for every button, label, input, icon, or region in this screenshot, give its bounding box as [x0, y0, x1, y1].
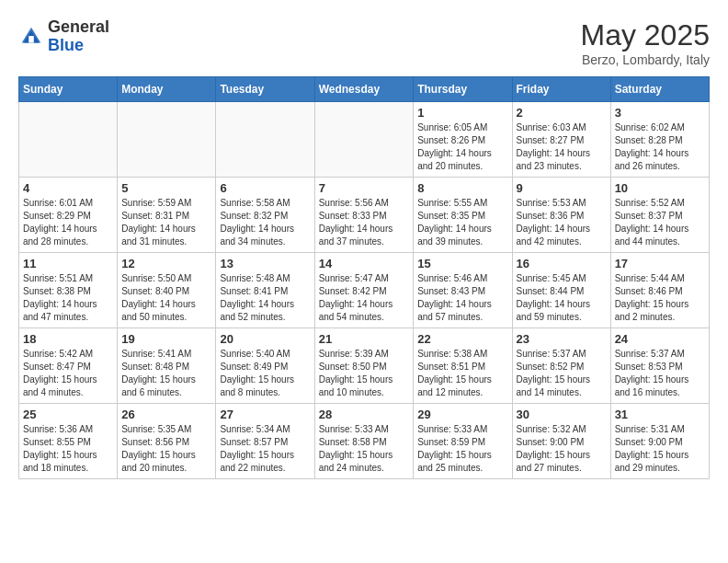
calendar-day-cell: 4Sunrise: 6:01 AM Sunset: 8:29 PM Daylig…: [19, 178, 118, 253]
calendar-week-row: 4Sunrise: 6:01 AM Sunset: 8:29 PM Daylig…: [19, 178, 710, 253]
day-number: 27: [220, 408, 310, 421]
day-info: Sunrise: 5:37 AM Sunset: 8:52 PM Dayligh…: [517, 348, 607, 399]
logo-blue: Blue: [48, 36, 84, 54]
calendar-day-cell: 23Sunrise: 5:37 AM Sunset: 8:52 PM Dayli…: [512, 328, 610, 404]
calendar-day-cell: 8Sunrise: 5:55 AM Sunset: 8:35 PM Daylig…: [414, 178, 512, 253]
day-info: Sunrise: 5:51 AM Sunset: 8:38 PM Dayligh…: [23, 272, 113, 324]
day-number: 17: [615, 257, 705, 270]
day-number: 16: [517, 257, 607, 270]
day-info: Sunrise: 6:05 AM Sunset: 8:26 PM Dayligh…: [417, 121, 507, 173]
page-header: General Blue May 2025 Berzo, Lombardy, I…: [18, 18, 710, 67]
calendar-day-cell: 11Sunrise: 5:51 AM Sunset: 8:38 PM Dayli…: [19, 253, 118, 328]
day-number: 1: [417, 106, 507, 120]
month-title: May 2025: [580, 18, 710, 52]
day-info: Sunrise: 5:33 AM Sunset: 8:58 PM Dayligh…: [319, 423, 410, 475]
day-number: 3: [615, 106, 705, 120]
calendar-day-cell: 2Sunrise: 6:03 AM Sunset: 8:27 PM Daylig…: [512, 102, 610, 178]
calendar-day-cell: 7Sunrise: 5:56 AM Sunset: 8:33 PM Daylig…: [314, 178, 414, 253]
weekday-header: Sunday: [19, 77, 118, 102]
calendar-header-row: SundayMondayTuesdayWednesdayThursdayFrid…: [19, 77, 710, 102]
calendar-day-cell: [314, 102, 414, 178]
calendar-day-cell: 10Sunrise: 5:52 AM Sunset: 8:37 PM Dayli…: [610, 178, 709, 253]
day-info: Sunrise: 5:48 AM Sunset: 8:41 PM Dayligh…: [220, 272, 310, 324]
day-number: 10: [615, 181, 705, 195]
day-info: Sunrise: 5:38 AM Sunset: 8:51 PM Dayligh…: [417, 348, 507, 399]
day-number: 2: [517, 106, 607, 120]
calendar-day-cell: 14Sunrise: 5:47 AM Sunset: 8:42 PM Dayli…: [314, 253, 414, 328]
day-number: 24: [615, 332, 705, 346]
calendar-day-cell: 1Sunrise: 6:05 AM Sunset: 8:26 PM Daylig…: [414, 102, 512, 178]
day-info: Sunrise: 5:47 AM Sunset: 8:42 PM Dayligh…: [319, 272, 410, 324]
day-info: Sunrise: 6:01 AM Sunset: 8:29 PM Dayligh…: [23, 197, 113, 248]
day-number: 19: [121, 332, 211, 346]
calendar-day-cell: 29Sunrise: 5:33 AM Sunset: 8:59 PM Dayli…: [414, 404, 512, 479]
calendar-day-cell: [118, 102, 216, 178]
day-info: Sunrise: 6:02 AM Sunset: 8:28 PM Dayligh…: [615, 121, 705, 173]
day-number: 30: [517, 408, 607, 421]
calendar-day-cell: 20Sunrise: 5:40 AM Sunset: 8:49 PM Dayli…: [216, 328, 314, 404]
calendar-day-cell: 16Sunrise: 5:45 AM Sunset: 8:44 PM Dayli…: [512, 253, 610, 328]
day-info: Sunrise: 5:32 AM Sunset: 9:00 PM Dayligh…: [517, 423, 607, 475]
logo-text: General Blue: [48, 18, 109, 55]
day-info: Sunrise: 5:36 AM Sunset: 8:55 PM Dayligh…: [23, 423, 113, 475]
day-info: Sunrise: 5:53 AM Sunset: 8:36 PM Dayligh…: [517, 197, 607, 248]
calendar-week-row: 11Sunrise: 5:51 AM Sunset: 8:38 PM Dayli…: [19, 253, 710, 328]
calendar-week-row: 25Sunrise: 5:36 AM Sunset: 8:55 PM Dayli…: [19, 404, 710, 479]
calendar-day-cell: 13Sunrise: 5:48 AM Sunset: 8:41 PM Dayli…: [216, 253, 314, 328]
day-number: 18: [23, 332, 113, 346]
calendar-week-row: 1Sunrise: 6:05 AM Sunset: 8:26 PM Daylig…: [19, 102, 710, 178]
day-info: Sunrise: 5:45 AM Sunset: 8:44 PM Dayligh…: [517, 272, 607, 324]
calendar-day-cell: 22Sunrise: 5:38 AM Sunset: 8:51 PM Dayli…: [414, 328, 512, 404]
day-info: Sunrise: 5:35 AM Sunset: 8:56 PM Dayligh…: [121, 423, 211, 475]
day-number: 13: [220, 257, 310, 270]
title-block: May 2025 Berzo, Lombardy, Italy: [580, 18, 710, 67]
day-info: Sunrise: 5:56 AM Sunset: 8:33 PM Dayligh…: [319, 197, 410, 248]
calendar-day-cell: 15Sunrise: 5:46 AM Sunset: 8:43 PM Dayli…: [414, 253, 512, 328]
day-info: Sunrise: 5:44 AM Sunset: 8:46 PM Dayligh…: [615, 272, 705, 324]
day-info: Sunrise: 5:52 AM Sunset: 8:37 PM Dayligh…: [615, 197, 705, 248]
calendar-day-cell: 3Sunrise: 6:02 AM Sunset: 8:28 PM Daylig…: [610, 102, 709, 178]
calendar-day-cell: 18Sunrise: 5:42 AM Sunset: 8:47 PM Dayli…: [19, 328, 118, 404]
calendar-day-cell: 12Sunrise: 5:50 AM Sunset: 8:40 PM Dayli…: [118, 253, 216, 328]
day-info: Sunrise: 5:55 AM Sunset: 8:35 PM Dayligh…: [417, 197, 507, 248]
logo: General Blue: [18, 18, 109, 55]
weekday-header: Thursday: [414, 77, 512, 102]
calendar-day-cell: 17Sunrise: 5:44 AM Sunset: 8:46 PM Dayli…: [610, 253, 709, 328]
day-info: Sunrise: 5:42 AM Sunset: 8:47 PM Dayligh…: [23, 348, 113, 399]
day-number: 21: [319, 332, 410, 346]
day-number: 7: [319, 181, 410, 195]
day-info: Sunrise: 5:37 AM Sunset: 8:53 PM Dayligh…: [615, 348, 705, 399]
logo-general: General: [48, 17, 109, 36]
day-number: 20: [220, 332, 310, 346]
weekday-header: Friday: [512, 77, 610, 102]
day-number: 31: [615, 408, 705, 421]
calendar-day-cell: 9Sunrise: 5:53 AM Sunset: 8:36 PM Daylig…: [512, 178, 610, 253]
calendar-day-cell: 24Sunrise: 5:37 AM Sunset: 8:53 PM Dayli…: [610, 328, 709, 404]
day-number: 9: [517, 181, 607, 195]
day-number: 14: [319, 257, 410, 270]
day-number: 12: [121, 257, 211, 270]
day-number: 25: [23, 408, 113, 421]
day-number: 15: [417, 257, 507, 270]
calendar-day-cell: 27Sunrise: 5:34 AM Sunset: 8:57 PM Dayli…: [216, 404, 314, 479]
day-number: 22: [417, 332, 507, 346]
location-subtitle: Berzo, Lombardy, Italy: [580, 52, 710, 67]
calendar-day-cell: 30Sunrise: 5:32 AM Sunset: 9:00 PM Dayli…: [512, 404, 610, 479]
day-info: Sunrise: 5:34 AM Sunset: 8:57 PM Dayligh…: [220, 423, 310, 475]
calendar-day-cell: 25Sunrise: 5:36 AM Sunset: 8:55 PM Dayli…: [19, 404, 118, 479]
day-number: 5: [121, 181, 211, 195]
day-number: 28: [319, 408, 410, 421]
day-number: 8: [417, 181, 507, 195]
calendar-day-cell: 21Sunrise: 5:39 AM Sunset: 8:50 PM Dayli…: [314, 328, 414, 404]
day-info: Sunrise: 5:31 AM Sunset: 9:00 PM Dayligh…: [615, 423, 705, 475]
calendar-day-cell: 5Sunrise: 5:59 AM Sunset: 8:31 PM Daylig…: [118, 178, 216, 253]
logo-icon: [18, 24, 44, 50]
day-number: 23: [517, 332, 607, 346]
day-number: 26: [121, 408, 211, 421]
day-info: Sunrise: 5:59 AM Sunset: 8:31 PM Dayligh…: [121, 197, 211, 248]
day-info: Sunrise: 5:46 AM Sunset: 8:43 PM Dayligh…: [417, 272, 507, 324]
calendar-day-cell: [216, 102, 314, 178]
day-info: Sunrise: 5:39 AM Sunset: 8:50 PM Dayligh…: [319, 348, 410, 399]
day-info: Sunrise: 5:58 AM Sunset: 8:32 PM Dayligh…: [220, 197, 310, 248]
day-info: Sunrise: 5:41 AM Sunset: 8:48 PM Dayligh…: [121, 348, 211, 399]
